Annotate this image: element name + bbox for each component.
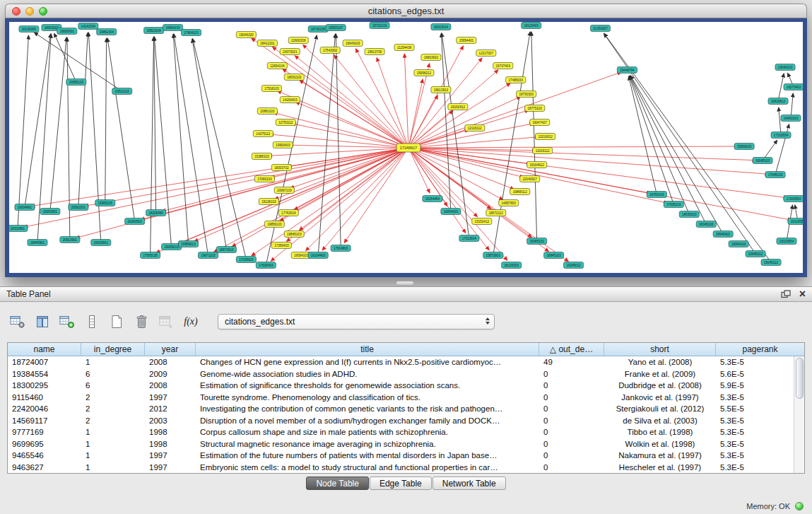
graph-node[interactable]: 18273403 xyxy=(784,84,803,90)
table-cell[interactable]: Corpus callosum shape and size in male p… xyxy=(196,426,539,438)
table-row[interactable]: 977716911998Corpus callosum shape and si… xyxy=(8,426,794,438)
table-row[interactable]: 969969511998Structural magnetic resonanc… xyxy=(8,438,794,450)
tab-edge-table[interactable]: Edge Table xyxy=(370,477,432,490)
graph-node[interactable]: 18310901 xyxy=(9,226,28,232)
graph-node[interactable]: 17235023 xyxy=(236,257,256,263)
column-header-year[interactable]: year xyxy=(145,343,196,356)
graph-node[interactable]: 20511103 xyxy=(112,88,132,95)
graph-node[interactable]: 16054003 xyxy=(441,209,461,215)
table-cell[interactable]: Hescheler et al. (1997) xyxy=(604,462,716,474)
table-cell[interactable]: de Silva et al. (2003) xyxy=(604,415,716,427)
table-cell[interactable]: 2 xyxy=(81,392,145,404)
table-row[interactable]: 946362711997Embryonic stem cells: a mode… xyxy=(8,462,794,474)
table-cell[interactable]: Genome-wide association studies in ADHD. xyxy=(196,368,539,380)
graph-node[interactable]: 19445901 xyxy=(28,240,47,246)
table-cell[interactable]: 0 xyxy=(539,462,604,474)
graph-node[interactable]: 17904803 xyxy=(331,245,351,252)
table-cell[interactable]: 18300295 xyxy=(8,380,81,392)
graph-node[interactable]: 17505135 xyxy=(141,252,160,259)
table-cell[interactable]: 2 xyxy=(81,415,145,427)
table-cell[interactable]: 0 xyxy=(539,392,604,404)
graph-node[interactable]: 14200403 xyxy=(280,97,300,103)
graph-node[interactable]: 18973013 xyxy=(216,247,236,253)
graph-node[interactable]: 16793103 xyxy=(647,192,666,198)
graph-node[interactable]: 20616912 xyxy=(768,98,788,105)
table-cell[interactable]: 1 xyxy=(81,356,145,368)
graph-node[interactable]: 18045103 xyxy=(753,158,772,164)
graph-node[interactable]: 18303702 xyxy=(271,165,291,171)
graph-node[interactable]: 16649103 xyxy=(343,40,363,47)
table-cell[interactable]: 5.5E-5 xyxy=(716,403,794,415)
graph-node[interactable]: 15823104 xyxy=(144,28,164,34)
graph-node[interactable]: 18125303 xyxy=(502,262,522,269)
column-header-title[interactable]: title xyxy=(196,343,539,356)
table-mode-icon[interactable] xyxy=(8,313,27,331)
graph-node[interactable]: 16164612 xyxy=(527,162,547,168)
graph-node[interactable]: 22040917 xyxy=(520,176,540,182)
graph-node[interactable]: 15954401 xyxy=(457,37,476,44)
table-cell[interactable]: 5.9E-5 xyxy=(716,380,794,392)
table-cell[interactable]: 14569117 xyxy=(8,415,81,427)
graph-node[interactable]: 16869112 xyxy=(510,189,530,195)
table-cell[interactable]: 2008 xyxy=(145,380,196,392)
table-cell[interactable]: 2 xyxy=(81,403,145,415)
graph-node[interactable]: 20959013 xyxy=(178,241,198,247)
graph-node[interactable]: 20655103 xyxy=(66,79,86,86)
graph-node[interactable]: 19245012 xyxy=(564,262,584,269)
graph-node[interactable]: 20190305 xyxy=(19,26,39,33)
graph-node[interactable]: 16047427 xyxy=(530,119,550,126)
close-panel-icon[interactable]: × xyxy=(799,290,806,298)
graph-node[interactable]: 16094103 xyxy=(729,241,748,247)
table-row[interactable]: 1938455462009Genome-wide association stu… xyxy=(8,368,794,380)
graph-node[interactable]: 18091103 xyxy=(284,74,304,81)
table-cell[interactable]: 5.3E-5 xyxy=(716,392,794,404)
graph-node[interactable]: 18945422 xyxy=(713,231,733,238)
graph-node[interactable]: 17518103 xyxy=(261,86,281,92)
show-all-columns-icon[interactable] xyxy=(58,313,76,331)
graph-node[interactable]: 18845103 xyxy=(284,231,304,238)
graph-node[interactable]: 19046320 xyxy=(236,32,256,38)
table-cell[interactable]: Embryonic stem cells: a model to study s… xyxy=(196,462,539,474)
scrollbar-thumb[interactable] xyxy=(796,358,804,399)
table-cell[interactable]: Tibbo et al. (1998) xyxy=(604,426,716,438)
close-window-button[interactable] xyxy=(12,7,20,16)
table-cell[interactable]: Structural magnetic resonance image aver… xyxy=(196,438,539,450)
table-cell[interactable]: 9465546 xyxy=(8,450,81,462)
graph-node[interactable]: 19040103 xyxy=(775,64,795,71)
table-cell[interactable]: Nakamura et al. (1997) xyxy=(604,450,716,462)
graph-node[interactable]: 17203554 xyxy=(784,196,803,202)
table-cell[interactable]: 9463627 xyxy=(8,462,81,474)
graph-node[interactable]: 14275112 xyxy=(253,131,273,137)
graph-node[interactable]: 20067103 xyxy=(274,187,294,194)
graph-node[interactable]: 15154454 xyxy=(423,196,442,202)
graph-node[interactable]: 15905135 xyxy=(95,200,115,206)
table-row[interactable]: 1830029562008Estimation of significance … xyxy=(8,380,794,392)
graph-node[interactable]: 19448794 xyxy=(617,67,637,74)
table-cell[interactable]: 0 xyxy=(539,403,604,415)
graph-node[interactable]: 14141504 xyxy=(78,23,98,30)
graph-node[interactable]: 16103554 xyxy=(788,218,803,225)
graph-node[interactable]: 18572112 xyxy=(486,210,506,216)
table-cell[interactable]: Wolkin et al. (1998) xyxy=(604,438,716,450)
graph-node[interactable]: 17635103 xyxy=(664,201,683,208)
hide-columns-icon[interactable] xyxy=(83,313,101,331)
graph-node[interactable]: 12217007 xyxy=(476,50,496,57)
table-cell[interactable]: Investigating the contribution of common… xyxy=(196,403,539,415)
table-cell[interactable]: 9699695 xyxy=(8,438,81,450)
graph-node[interactable]: 17240617 xyxy=(396,144,420,152)
table-cell[interactable]: Franke et al. (2009) xyxy=(604,368,716,380)
panel-splitter-handle[interactable] xyxy=(396,281,414,286)
tab-node-table[interactable]: Node Table xyxy=(306,477,369,490)
network-window-titlebar[interactable]: citations_edges.txt xyxy=(5,4,807,18)
table-cell[interactable]: 0 xyxy=(539,438,604,450)
graph-node[interactable]: 17763018 xyxy=(278,210,298,216)
table-cell[interactable]: 0 xyxy=(539,426,604,438)
table-cell[interactable]: 1997 xyxy=(145,392,196,404)
table-cell[interactable]: 2012 xyxy=(145,403,196,415)
table-cell[interactable]: Disruption of a novel member of a sodium… xyxy=(196,415,539,427)
graph-node[interactable]: 19900403 xyxy=(273,142,293,148)
graph-node[interactable]: 13216012 xyxy=(536,134,555,140)
graph-node[interactable]: 20945012 xyxy=(746,251,765,257)
column-header-name[interactable]: name xyxy=(8,343,81,356)
table-cell[interactable]: Changes of HCN gene expression and I(f) … xyxy=(196,356,539,368)
